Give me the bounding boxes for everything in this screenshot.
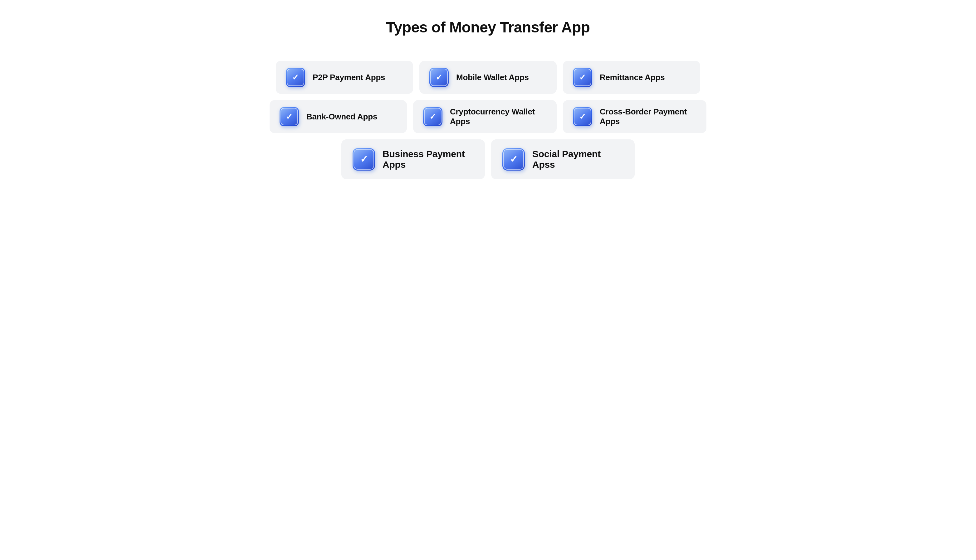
row-3: ✓ Business Payment Apps ✓ Social Payment… xyxy=(338,139,638,179)
card-mobile-wallet: ✓ Mobile Wallet Apps xyxy=(419,61,557,94)
card-label-bank-owned: Bank-Owned Apps xyxy=(306,112,377,122)
card-label-cross-border: Cross-Border Payment Apps xyxy=(600,107,697,126)
checkbox-icon-cross-border: ✓ xyxy=(573,107,592,126)
card-label-crypto-wallet: Cryptocurrency Wallet Apps xyxy=(450,107,546,126)
checkmark-crypto-wallet: ✓ xyxy=(430,113,436,121)
checkbox-icon-p2p: ✓ xyxy=(286,68,305,87)
card-cross-border: ✓ Cross-Border Payment Apps xyxy=(563,100,707,133)
checkmark-p2p: ✓ xyxy=(292,73,299,82)
page-title: Types of Money Transfer App xyxy=(386,19,590,36)
checkbox-icon-mobile-wallet: ✓ xyxy=(430,68,449,87)
card-remittance: ✓ Remittance Apps xyxy=(563,61,700,94)
row-2: ✓ Bank-Owned Apps ✓ Cryptocurrency Walle… xyxy=(269,100,707,133)
checkbox-icon-crypto-wallet: ✓ xyxy=(423,107,443,126)
card-label-business-payment: Business Payment Apps xyxy=(383,149,474,170)
checkmark-social-payment: ✓ xyxy=(510,155,518,164)
card-p2p: ✓ P2P Payment Apps xyxy=(276,61,413,94)
card-label-p2p: P2P Payment Apps xyxy=(313,73,385,82)
card-crypto-wallet: ✓ Cryptocurrency Wallet Apps xyxy=(413,100,557,133)
checkbox-icon-remittance: ✓ xyxy=(573,68,592,87)
checkbox-icon-bank-owned: ✓ xyxy=(279,107,299,126)
card-social-payment: ✓ Social Payment Apss xyxy=(491,139,635,179)
card-business-payment: ✓ Business Payment Apps xyxy=(341,139,485,179)
checkmark-remittance: ✓ xyxy=(579,73,586,82)
checkbox-icon-business-payment: ✓ xyxy=(353,148,375,170)
checkbox-icon-social-payment: ✓ xyxy=(502,148,525,170)
card-label-mobile-wallet: Mobile Wallet Apps xyxy=(456,73,529,82)
card-bank-owned: ✓ Bank-Owned Apps xyxy=(269,100,407,133)
grid-container: ✓ P2P Payment Apps ✓ Mobile Wallet Apps … xyxy=(269,61,707,179)
checkmark-business-payment: ✓ xyxy=(360,155,368,164)
card-label-remittance: Remittance Apps xyxy=(600,73,665,82)
checkmark-bank-owned: ✓ xyxy=(286,113,292,121)
row-1: ✓ P2P Payment Apps ✓ Mobile Wallet Apps … xyxy=(269,61,707,94)
checkmark-cross-border: ✓ xyxy=(579,113,586,121)
checkmark-mobile-wallet: ✓ xyxy=(436,73,443,82)
card-label-social-payment: Social Payment Apss xyxy=(532,149,623,170)
